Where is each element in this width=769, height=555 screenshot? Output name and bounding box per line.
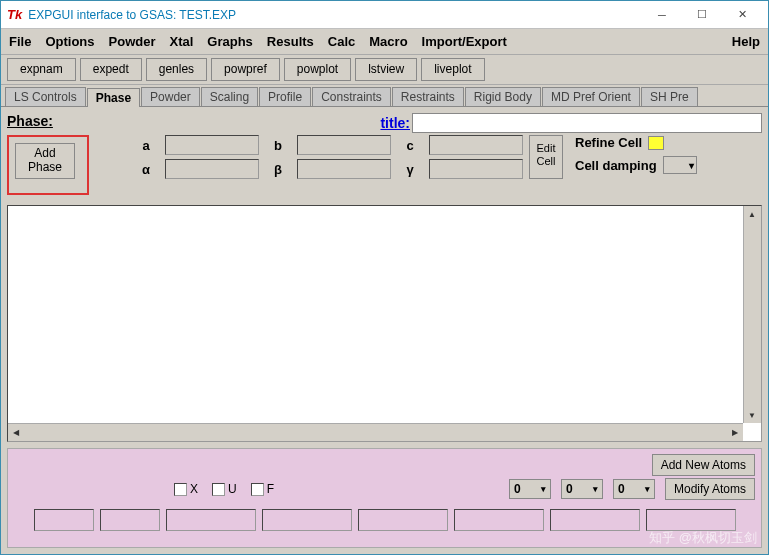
edit-slot-8[interactable] [646, 509, 736, 531]
refine-cell-checkbox[interactable] [648, 136, 664, 150]
modify-atoms-button[interactable]: Modify Atoms [665, 478, 755, 500]
num-dropdown-3[interactable]: 0▾ [613, 479, 655, 499]
menu-calc[interactable]: Calc [328, 34, 355, 49]
add-phase-highlight: Add Phase [7, 135, 89, 195]
tool-expnam[interactable]: expnam [7, 58, 76, 81]
label-c: c [399, 138, 421, 153]
chevron-down-icon: ▾ [541, 484, 546, 494]
menu-powder[interactable]: Powder [109, 34, 156, 49]
tab-ls-controls[interactable]: LS Controls [5, 87, 86, 106]
tab-md-pref-orient[interactable]: MD Pref Orient [542, 87, 640, 106]
app-window: Tk EXPGUI interface to GSAS: TEST.EXP ─ … [0, 0, 769, 555]
label-a: a [135, 138, 157, 153]
cell-damping-dropdown[interactable]: ▾ [663, 156, 697, 174]
label-gamma: γ [399, 162, 421, 177]
edit-slot-1[interactable] [34, 509, 94, 531]
edit-cell-button[interactable]: Edit Cell [529, 135, 563, 179]
horizontal-scrollbar[interactable]: ◀ ▶ [8, 423, 743, 441]
edit-slot-4[interactable] [262, 509, 352, 531]
tab-powder[interactable]: Powder [141, 87, 200, 106]
edit-slot-3[interactable] [166, 509, 256, 531]
edit-slot-7[interactable] [550, 509, 640, 531]
edit-slot-5[interactable] [358, 509, 448, 531]
tab-rigid-body[interactable]: Rigid Body [465, 87, 541, 106]
edit-slot-2[interactable] [100, 509, 160, 531]
scroll-left-icon[interactable]: ◀ [8, 424, 24, 440]
check-u[interactable] [212, 483, 225, 496]
tab-scaling[interactable]: Scaling [201, 87, 258, 106]
chevron-down-icon: ▾ [593, 484, 598, 494]
window-title: EXPGUI interface to GSAS: TEST.EXP [28, 8, 642, 22]
menu-options[interactable]: Options [45, 34, 94, 49]
tool-liveplot[interactable]: liveplot [421, 58, 484, 81]
app-icon: Tk [7, 7, 22, 22]
menu-xtal[interactable]: Xtal [169, 34, 193, 49]
title-input[interactable] [412, 113, 762, 133]
atom-list-area[interactable]: ▲ ▼ ◀ ▶ [7, 205, 762, 442]
num-dropdown-1[interactable]: 0▾ [509, 479, 551, 499]
num-dropdown-2[interactable]: 0▾ [561, 479, 603, 499]
label-b: b [267, 138, 289, 153]
label-alpha: α [135, 162, 157, 177]
tab-phase[interactable]: Phase [87, 88, 140, 107]
tool-lstview[interactable]: lstview [355, 58, 417, 81]
atom-edit-panel: Add New Atoms X U F 0▾ 0▾ 0▾ Modify Atom… [7, 448, 762, 548]
vertical-scrollbar[interactable]: ▲ ▼ [743, 206, 761, 423]
menu-results[interactable]: Results [267, 34, 314, 49]
title-label: title: [380, 115, 410, 131]
phase-section-label: Phase: [7, 113, 53, 129]
menu-help[interactable]: Help [732, 34, 760, 49]
cell-damping-label: Cell damping [575, 158, 657, 173]
menubar: File Options Powder Xtal Graphs Results … [1, 29, 768, 55]
tool-genles[interactable]: genles [146, 58, 207, 81]
tab-profile[interactable]: Profile [259, 87, 311, 106]
input-gamma[interactable] [429, 159, 523, 179]
menu-graphs[interactable]: Graphs [207, 34, 253, 49]
check-f-label: F [267, 482, 274, 496]
label-beta: β [267, 162, 289, 177]
menu-import-export[interactable]: Import/Export [422, 34, 507, 49]
check-u-label: U [228, 482, 237, 496]
tab-row: LS Controls Phase Powder Scaling Profile… [1, 85, 768, 107]
scroll-down-icon[interactable]: ▼ [744, 407, 760, 423]
phase-panel: Phase: title: Add Phase a b c α β [1, 107, 768, 554]
minimize-button[interactable]: ─ [642, 4, 682, 26]
tab-constraints[interactable]: Constraints [312, 87, 391, 106]
add-phase-button[interactable]: Add Phase [15, 143, 75, 179]
tool-powpref[interactable]: powpref [211, 58, 280, 81]
edit-slot-6[interactable] [454, 509, 544, 531]
input-beta[interactable] [297, 159, 391, 179]
check-x-label: X [190, 482, 198, 496]
tool-powplot[interactable]: powplot [284, 58, 351, 81]
scroll-right-icon[interactable]: ▶ [727, 424, 743, 440]
add-new-atoms-button[interactable]: Add New Atoms [652, 454, 755, 476]
chevron-down-icon: ▾ [689, 160, 694, 171]
scroll-up-icon[interactable]: ▲ [744, 206, 760, 222]
input-c[interactable] [429, 135, 523, 155]
tool-expedt[interactable]: expedt [80, 58, 142, 81]
input-b[interactable] [297, 135, 391, 155]
close-button[interactable]: ✕ [722, 4, 762, 26]
tab-sh-pre[interactable]: SH Pre [641, 87, 698, 106]
refine-cell-label: Refine Cell [575, 135, 642, 150]
check-f[interactable] [251, 483, 264, 496]
menu-macro[interactable]: Macro [369, 34, 407, 49]
check-x[interactable] [174, 483, 187, 496]
tab-restraints[interactable]: Restraints [392, 87, 464, 106]
input-a[interactable] [165, 135, 259, 155]
chevron-down-icon: ▾ [645, 484, 650, 494]
menu-file[interactable]: File [9, 34, 31, 49]
titlebar: Tk EXPGUI interface to GSAS: TEST.EXP ─ … [1, 1, 768, 29]
maximize-button[interactable]: ☐ [682, 4, 722, 26]
input-alpha[interactable] [165, 159, 259, 179]
toolbar: expnam expedt genles powpref powplot lst… [1, 55, 768, 85]
